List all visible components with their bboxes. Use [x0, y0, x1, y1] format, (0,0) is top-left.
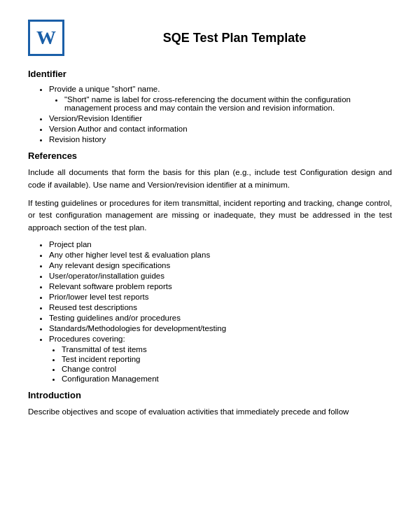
list-item: Procedures covering: Transmittal of test…	[49, 335, 392, 383]
document-title: SQE Test Plan Template	[77, 31, 392, 46]
list-item: Version Author and contact information	[49, 125, 392, 133]
references-para2: If testing guidelines or procedures for …	[28, 197, 392, 234]
list-item: Any relevant design specifications	[49, 261, 392, 270]
references-para1: Include all documents that form the basi…	[28, 167, 392, 192]
document-page: W SQE Test Plan Template Identifier Prov…	[0, 0, 420, 511]
list-item: Relevant software problem reports	[49, 282, 392, 290]
word-icon: W	[28, 20, 64, 56]
procedures-sub-list: Transmittal of test items Test incident …	[49, 345, 392, 383]
introduction-section: Introduction Describe objectives and sco…	[28, 390, 392, 419]
word-icon-label: W	[36, 27, 56, 49]
references-list: Project plan Any other higher level test…	[28, 240, 392, 383]
document-header: W SQE Test Plan Template	[28, 20, 392, 56]
list-item: Provide a unique "short" name. "Short" n…	[49, 85, 392, 112]
list-item: Prior/lower level test reports	[49, 293, 392, 301]
identifier-list: Provide a unique "short" name. "Short" n…	[28, 85, 392, 144]
list-item: Version/Revision Identifier	[49, 114, 392, 122]
list-item: Testing guidelines and/or procedures	[49, 314, 392, 322]
list-item: Revision history	[49, 135, 392, 144]
list-item: Configuration Management	[62, 374, 392, 383]
identifier-heading: Identifier	[28, 69, 392, 79]
list-item: Change control	[62, 365, 392, 373]
identifier-section: Identifier Provide a unique "short" name…	[28, 69, 392, 144]
introduction-heading: Introduction	[28, 390, 392, 400]
references-heading: References	[28, 150, 392, 161]
list-item: "Short" name is label for cross-referenc…	[64, 95, 392, 112]
introduction-para1: Describe objectives and scope of evaluat…	[28, 406, 392, 419]
references-section: References Include all documents that fo…	[28, 150, 392, 383]
list-item: Transmittal of test items	[62, 345, 392, 354]
list-item: Any other higher level test & evaluation…	[49, 251, 392, 259]
list-item: Reused test descriptions	[49, 303, 392, 312]
list-item: Standards/Methodologies for development/…	[49, 324, 392, 332]
list-item: Project plan	[49, 240, 392, 248]
identifier-sub-list: "Short" name is label for cross-referenc…	[49, 95, 392, 112]
list-item: Test incident reporting	[62, 355, 392, 363]
list-item: User/operator/installation guides	[49, 272, 392, 280]
